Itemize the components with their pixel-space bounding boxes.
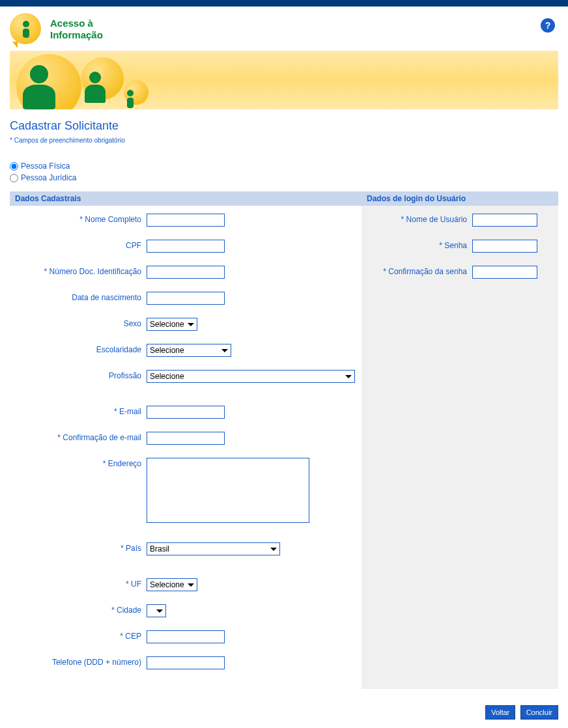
concluir-button[interactable]: Concluir bbox=[520, 705, 558, 720]
label-conf-email: * Confirmação de e-mail bbox=[16, 432, 147, 442]
voltar-button[interactable]: Voltar bbox=[485, 705, 515, 720]
select-uf[interactable]: Selecione bbox=[147, 578, 197, 591]
brand-title: Acesso à Informação bbox=[50, 18, 103, 41]
label-telefone: Telefone (DDD + número) bbox=[16, 656, 147, 667]
label-email: * E-mail bbox=[16, 406, 147, 416]
radio-label-fisica: Pessoa Física bbox=[21, 160, 70, 172]
section-cadastrais: Dados Cadastrais * Nome Completo CPF * N… bbox=[10, 191, 362, 689]
input-senha[interactable] bbox=[472, 240, 537, 253]
label-uf: * UF bbox=[16, 578, 147, 589]
label-cidade: * Cidade bbox=[16, 604, 147, 615]
content: Cadastrar Solicitante * Campos de preenc… bbox=[0, 109, 568, 699]
input-conf-email[interactable] bbox=[147, 432, 225, 445]
section-header-cadastrais: Dados Cadastrais bbox=[10, 191, 362, 206]
form-sections: Dados Cadastrais * Nome Completo CPF * N… bbox=[10, 191, 558, 689]
buttons-row: Voltar Concluir bbox=[0, 699, 568, 728]
person-type-radios: Pessoa Física Pessoa Jurídica bbox=[10, 160, 558, 184]
label-nome-usuario: * Nome de Usuário bbox=[368, 214, 472, 224]
person-icon bbox=[23, 65, 55, 109]
select-cidade[interactable] bbox=[147, 604, 166, 617]
select-profissao[interactable]: Selecione bbox=[147, 370, 355, 383]
input-cpf[interactable] bbox=[147, 240, 225, 253]
input-conf-senha[interactable] bbox=[472, 266, 537, 279]
label-conf-senha: * Confirmação da senha bbox=[368, 266, 472, 276]
select-sexo[interactable]: Selecione bbox=[147, 318, 197, 331]
input-nome-completo[interactable] bbox=[147, 214, 225, 227]
label-nome-completo: * Nome Completo bbox=[16, 214, 147, 224]
select-escolaridade[interactable]: Selecione bbox=[147, 344, 231, 357]
logo-icon bbox=[10, 13, 42, 46]
logo-row: Acesso à Informação bbox=[10, 13, 558, 46]
input-data-nasc[interactable] bbox=[147, 292, 225, 305]
label-cep: * CEP bbox=[16, 630, 147, 641]
radio-label-juridica: Pessoa Jurídica bbox=[21, 172, 76, 184]
textarea-endereco[interactable] bbox=[147, 458, 309, 523]
input-num-doc[interactable] bbox=[147, 266, 225, 279]
radio-pessoa-juridica[interactable] bbox=[10, 174, 18, 182]
label-cpf: CPF bbox=[16, 240, 147, 250]
person-icon bbox=[85, 72, 106, 103]
header: Acesso à Informação ? bbox=[0, 7, 568, 109]
section-header-login: Dados de login do Usuário bbox=[362, 191, 558, 206]
label-data-nasc: Data de nascimento bbox=[16, 292, 147, 302]
radio-pessoa-fisica[interactable] bbox=[10, 162, 18, 171]
required-note: * Campos de preenchimento obrigatório bbox=[10, 137, 558, 144]
label-pais: * País bbox=[16, 542, 147, 553]
help-icon[interactable]: ? bbox=[541, 18, 555, 33]
input-email[interactable] bbox=[147, 406, 225, 419]
label-num-doc: * Número Doc. Identificação bbox=[16, 266, 147, 276]
page-title: Cadastrar Solicitante bbox=[10, 119, 558, 133]
input-telefone[interactable] bbox=[147, 656, 225, 669]
label-profissao: Profissão bbox=[16, 370, 147, 380]
brand-line1: Acesso à bbox=[50, 18, 103, 29]
section-login: Dados de login do Usuário * Nome de Usuá… bbox=[362, 191, 558, 689]
top-bar bbox=[0, 0, 568, 7]
label-endereco: * Endereço bbox=[16, 458, 147, 468]
label-escolaridade: Escolaridade bbox=[16, 344, 147, 354]
banner bbox=[10, 51, 558, 109]
input-cep[interactable] bbox=[147, 630, 225, 643]
brand-line2: Informação bbox=[50, 29, 103, 41]
input-nome-usuario[interactable] bbox=[472, 214, 537, 227]
label-sexo: Sexo bbox=[16, 318, 147, 328]
info-icon bbox=[127, 90, 134, 108]
select-pais[interactable]: Brasil bbox=[147, 542, 280, 555]
label-senha: * Senha bbox=[368, 240, 472, 250]
